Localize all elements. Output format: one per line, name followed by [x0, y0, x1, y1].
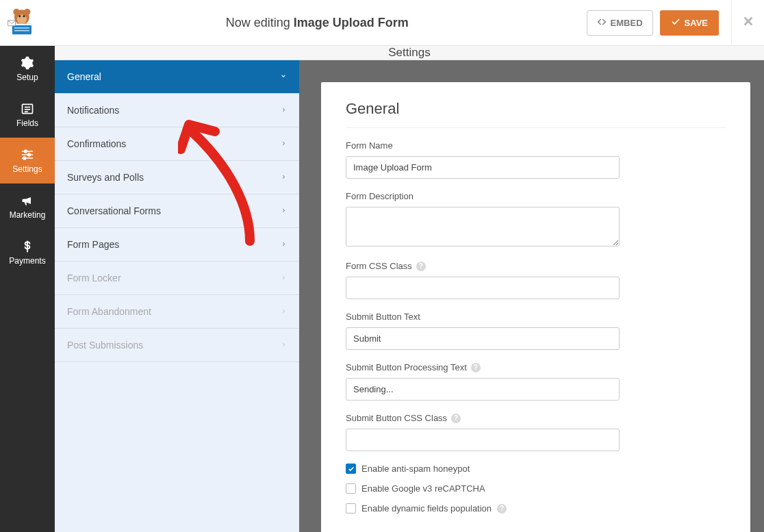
page-title: Now editing Image Upload Form — [48, 16, 587, 30]
chevron-down-icon — [280, 72, 287, 81]
svg-point-4 — [18, 15, 21, 17]
nav-fields-label: Fields — [16, 118, 38, 128]
sidebar-item-conversational[interactable]: Conversational Forms — [55, 194, 299, 228]
form-css-label: Form CSS Class ? — [346, 261, 726, 271]
embed-button[interactable]: EMBED — [587, 10, 653, 36]
sidebar-item-notifications[interactable]: Notifications — [55, 94, 299, 127]
save-button[interactable]: SAVE — [660, 10, 719, 36]
help-icon[interactable]: ? — [471, 363, 481, 372]
workspace: General Notifications Confirmations — [55, 60, 764, 532]
megaphone-icon — [21, 194, 34, 207]
sidebar-item-label: Form Abandonment — [67, 306, 151, 317]
svg-point-5 — [23, 15, 25, 17]
svg-point-3 — [17, 14, 27, 24]
field-submit-text: Submit Button Text — [346, 312, 726, 350]
checkbox-dynamic-row: Enable dynamic fields population ? — [346, 503, 726, 514]
sidebar-item-post-submissions[interactable]: Post Submissions — [55, 329, 299, 362]
settings-panel: General Form Name Form Description Form … — [321, 82, 750, 532]
field-form-name: Form Name — [346, 140, 726, 179]
nav-setup-label: Setup — [16, 73, 38, 82]
checkbox-honeypot[interactable] — [346, 464, 356, 474]
app-logo — [7, 5, 41, 40]
form-description-input[interactable] — [346, 207, 620, 246]
chevron-right-icon — [281, 139, 287, 149]
top-bar: Now editing Image Upload Form EMBED SAVE — [0, 0, 764, 46]
close-button[interactable] — [731, 0, 752, 46]
sidebar-item-form-pages[interactable]: Form Pages — [55, 228, 299, 262]
panel-heading: General — [346, 100, 726, 128]
svg-point-16 — [25, 150, 27, 153]
nav-fields[interactable]: Fields — [0, 92, 55, 138]
submit-text-input[interactable] — [346, 327, 620, 350]
nav-rail-filler — [0, 275, 55, 532]
help-icon[interactable]: ? — [451, 414, 461, 423]
form-name-label: Form Name — [346, 140, 726, 151]
embed-label: EMBED — [611, 18, 643, 28]
sidebar-item-label: Form Pages — [67, 239, 119, 250]
svg-point-18 — [28, 153, 31, 156]
section-header: Settings — [55, 46, 764, 60]
submit-processing-input[interactable] — [346, 378, 620, 401]
sidebar-item-label: Notifications — [67, 105, 119, 116]
content-column: Settings General Notifications — [55, 46, 764, 532]
field-submit-css: Submit Button CSS Class ? — [346, 413, 726, 451]
section-header-label: Settings — [388, 46, 430, 60]
svg-rect-9 — [14, 30, 29, 31]
checkbox-recaptcha-label: Enable Google v3 reCAPTCHA — [361, 483, 485, 494]
chevron-right-icon — [281, 206, 287, 216]
editing-prefix: Now editing — [226, 16, 294, 29]
help-icon[interactable]: ? — [416, 262, 426, 271]
submit-css-label-text: Submit Button CSS Class — [346, 413, 447, 423]
sidebar-item-label: Form Locker — [67, 273, 121, 283]
sidebar-item-form-locker[interactable]: Form Locker — [55, 262, 299, 295]
nav-payments[interactable]: Payments — [0, 229, 55, 275]
sidebar-item-confirmations[interactable]: Confirmations — [55, 127, 299, 161]
chevron-right-icon — [281, 307, 287, 316]
list-icon — [21, 102, 34, 116]
nav-settings[interactable]: Settings — [0, 138, 55, 183]
help-icon[interactable]: ? — [497, 504, 507, 514]
nav-marketing[interactable]: Marketing — [0, 183, 55, 229]
code-icon — [597, 17, 607, 29]
sidebar-item-general[interactable]: General — [55, 60, 299, 94]
close-icon — [742, 14, 754, 31]
form-description-label: Form Description — [346, 191, 726, 201]
settings-sidebar: General Notifications Confirmations — [55, 60, 299, 532]
chevron-right-icon — [281, 173, 287, 182]
checkbox-honeypot-label: Enable anti-spam honeypot — [361, 464, 470, 474]
chevron-right-icon — [281, 105, 287, 115]
sidebar-item-label: Confirmations — [67, 138, 126, 149]
sidebar-item-label: Post Submissions — [67, 340, 143, 351]
submit-text-label: Submit Button Text — [346, 312, 726, 322]
nav-marketing-label: Marketing — [10, 210, 46, 220]
chevron-right-icon — [281, 340, 287, 350]
checkbox-recaptcha-row: Enable Google v3 reCAPTCHA — [346, 483, 726, 494]
nav-settings-label: Settings — [12, 164, 42, 174]
main-area: General Form Name Form Description Form … — [299, 60, 764, 532]
checkbox-dynamic[interactable] — [346, 503, 356, 514]
checkbox-dynamic-label: Enable dynamic fields population — [361, 503, 492, 514]
field-form-css: Form CSS Class ? — [346, 261, 726, 299]
submit-css-input[interactable] — [346, 429, 620, 451]
field-submit-processing: Submit Button Processing Text ? — [346, 362, 726, 401]
sidebar-item-form-abandonment[interactable]: Form Abandonment — [55, 295, 299, 329]
submit-processing-label: Submit Button Processing Text ? — [346, 362, 726, 372]
form-css-label-text: Form CSS Class — [346, 261, 412, 271]
nav-payments-label: Payments — [9, 256, 45, 266]
sidebar-item-surveys[interactable]: Surveys and Polls — [55, 161, 299, 194]
submit-processing-label-text: Submit Button Processing Text — [346, 362, 467, 372]
form-name-input[interactable] — [346, 156, 620, 179]
save-label: SAVE — [685, 18, 708, 28]
checkbox-recaptcha[interactable] — [346, 483, 356, 494]
nav-setup[interactable]: Setup — [0, 46, 55, 92]
form-css-input[interactable] — [346, 277, 620, 299]
checkbox-honeypot-row: Enable anti-spam honeypot — [346, 464, 726, 474]
dollar-icon — [21, 240, 34, 253]
svg-point-20 — [23, 157, 26, 160]
gear-icon — [21, 56, 34, 70]
form-title: Image Upload Form — [294, 16, 409, 29]
svg-point-1 — [13, 9, 19, 15]
chevron-right-icon — [281, 273, 287, 283]
submit-css-label: Submit Button CSS Class ? — [346, 413, 726, 423]
sliders-icon — [21, 148, 34, 162]
